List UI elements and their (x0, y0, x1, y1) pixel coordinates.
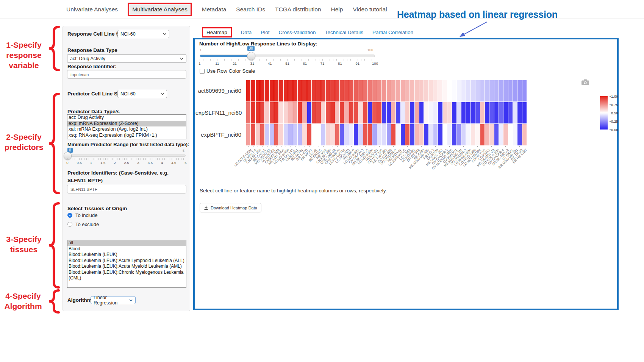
x-tick (426, 146, 426, 147)
heatmap-cell (260, 80, 264, 101)
heatmap-cell (396, 80, 400, 101)
lines-slider-label: Number of High/Low Response Lines to Dis… (199, 41, 317, 47)
camera-icon[interactable] (581, 79, 589, 86)
response-identifier-input[interactable] (67, 70, 186, 79)
download-heatmap-data-button[interactable]: Download Heatmap Data (200, 203, 261, 212)
heatmap-cell (466, 124, 470, 145)
tick-label: 0.5 (77, 161, 82, 165)
tissue-option[interactable]: all (67, 240, 186, 246)
heatmap-row-label-expbptf-nci60[interactable]: expBPTF_nci60 (195, 131, 245, 138)
heatmap-cell (354, 102, 358, 123)
response-cell-line-set-select[interactable]: NCI-60 (117, 30, 169, 38)
tissue-option[interactable]: Blood:Leukemia (LEUK):Acute Myeloid Leuk… (67, 264, 186, 270)
predictor-data-type-option-xsq[interactable]: xsq: RNA-seq Expression (log2 FPKM+1.) (67, 133, 186, 139)
heatmap-cell (508, 102, 513, 123)
heatmap-cell (307, 80, 311, 101)
annotation-step-4: 4-SpecifyAlgorithm (0, 291, 46, 311)
tick-label: 3 (138, 161, 139, 165)
nav-item-search-ids[interactable]: Search IDs (236, 4, 265, 15)
heatmap-cell (513, 80, 517, 101)
x-tick (384, 146, 384, 147)
nav-item-tcga-distribution[interactable]: TCGA distribution (275, 4, 321, 15)
heatmap-row-label-act609699-nci60[interactable]: act609699_nci60 (195, 87, 245, 94)
tissue-listbox[interactable]: allBloodBlood:Leukemia (LEUK)Blood:Leuke… (67, 240, 186, 288)
nav-item-univariate-analyses[interactable]: Univariate Analyses (66, 4, 118, 15)
heatmap-plot[interactable] (246, 80, 527, 146)
tissue-radio-to-include[interactable]: To include (67, 212, 99, 218)
tissue-option[interactable]: Blood:Leukemia (LEUK):Chronic Myelogenou… (67, 270, 186, 281)
heatmap-cell (438, 80, 442, 101)
heatmap-cell (246, 102, 250, 123)
heatmap-cell (517, 124, 522, 145)
response-data-type-select[interactable]: act: Drug Activity (67, 55, 186, 62)
tissue-option[interactable]: Blood:Leukemia (LEUK) (67, 252, 186, 258)
heatmap-cell (508, 124, 513, 145)
nav-item-metadata[interactable]: Metadata (202, 4, 227, 15)
tab-heatmap[interactable]: Heatmap (202, 27, 232, 37)
heatmap-cell (302, 124, 306, 145)
heatmap-cell (452, 124, 456, 145)
tissue-option[interactable]: Blood (67, 246, 186, 252)
heatmap-cell (387, 80, 391, 101)
legend-tick-label: 0.00 (611, 128, 618, 132)
heatmap-cell (368, 124, 372, 145)
heatmap-cell (419, 102, 424, 123)
algorithm-select[interactable]: Linear Regression (91, 296, 136, 304)
tab-technical-details[interactable]: Technical Details (325, 30, 363, 35)
tissue-radio-to-exclude[interactable]: To exclude (67, 222, 99, 227)
predictor-data-type-option-exp[interactable]: exp: mRNA Expression (Z-Score) (67, 121, 186, 127)
annotation-brace-1 (47, 26, 61, 71)
tissue-option[interactable]: Blood:Leukemia (LEUK):Acute Lymphoid Leu… (67, 258, 186, 264)
heatmap-cell (457, 80, 461, 101)
x-tick (370, 146, 370, 147)
heatmap-row-act609699-nci60 (246, 80, 527, 101)
legend-tick-label: 0.75 (611, 103, 618, 107)
heatmap-cell (489, 80, 494, 101)
heatmap-cell (293, 124, 297, 145)
annotation-step-1: 1-Specifyresponsevariable (1, 40, 47, 70)
tab-cross-validation[interactable]: Cross-Validation (279, 30, 316, 35)
predictor-data-types-listbox[interactable]: act: Drug Activityexp: mRNA Expression (… (67, 114, 186, 139)
heatmap-cell (489, 124, 494, 145)
heatmap-row-label-expslfn11-nci60[interactable]: expSLFN11_nci60 (195, 109, 245, 116)
nav-item-video-tutorial[interactable]: Video tutorial (353, 4, 387, 15)
heatmap-cell (401, 80, 405, 101)
tab-partial-correlation[interactable]: Partial Correlation (372, 30, 413, 35)
row-color-scale-checkbox[interactable] (200, 69, 205, 74)
lines-slider-track[interactable] (200, 55, 375, 57)
tab-data[interactable]: Data (241, 30, 252, 35)
heatmap-cell (316, 80, 320, 101)
x-tick (398, 146, 398, 147)
row-color-scale-label: Use Row Color Scale (206, 68, 255, 74)
nav-item-help[interactable]: Help (331, 4, 343, 15)
x-tick (281, 146, 281, 147)
predictor-data-type-option-act[interactable]: act: Drug Activity (67, 115, 186, 121)
min-predictor-range-max-label: 5 (183, 149, 184, 153)
heatmap-cell (452, 80, 456, 101)
heatmap-cell (298, 124, 302, 145)
heatmap-cell (354, 80, 358, 101)
tick-label: 5 (184, 161, 186, 165)
min-predictor-range-track[interactable] (67, 154, 186, 157)
predictor-cell-line-set-select[interactable]: NCI-60 (117, 90, 167, 98)
heatmap-cell (256, 80, 260, 101)
tab-plot[interactable]: Plot (261, 30, 269, 35)
predictor-cell-line-set-label: Predictor Cell Line Set (67, 91, 122, 97)
tick-label: 2 (114, 161, 116, 165)
heatmap-cell (419, 124, 424, 145)
predictor-identifiers-input[interactable] (67, 185, 186, 193)
heatmap-cell (513, 102, 517, 123)
heatmap-cell (522, 102, 527, 123)
chevron-down-icon (180, 58, 183, 60)
heatmap-cell (312, 124, 316, 145)
x-tick (407, 146, 408, 147)
predictor-data-type-option-xai[interactable]: xai: mRNA Expression (Avg. log2 Int.) (67, 126, 186, 133)
heatmap-cell (284, 102, 288, 123)
x-tick (272, 146, 272, 147)
lines-slider-tick-labels: 1112131415161718191100 (200, 61, 375, 66)
tick-label: 1 (90, 161, 92, 165)
nav-item-multivariate-analyses[interactable]: Multivariate Analyses (128, 3, 192, 16)
heatmap-cell (522, 80, 527, 101)
x-tick (365, 146, 366, 147)
annotation-text: tissues (1, 244, 47, 254)
